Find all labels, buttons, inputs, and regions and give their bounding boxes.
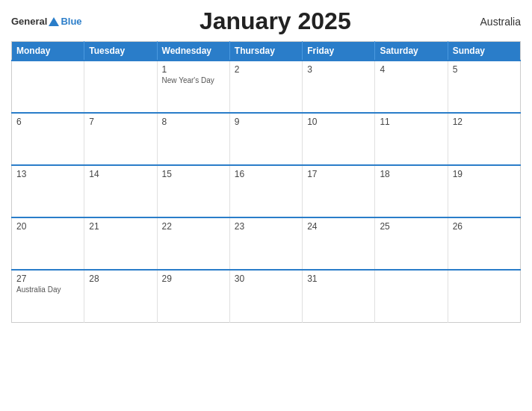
calendar-header: General Blue January 2025 Australia — [11, 7, 521, 35]
day-event: New Year's Day — [162, 76, 225, 84]
day-number: 25 — [380, 221, 442, 232]
calendar-cell: 9 — [229, 113, 302, 165]
weekday-header-row: MondayTuesdayWednesdayThursdayFridaySatu… — [12, 42, 521, 61]
calendar-cell: 8 — [157, 113, 229, 165]
calendar-week-row: 13141516171819 — [12, 165, 521, 217]
day-number: 26 — [453, 221, 516, 232]
calendar-wrapper: General Blue January 2025 Australia Mond… — [0, 0, 532, 411]
day-number: 8 — [162, 117, 225, 127]
calendar-cell: 31 — [303, 270, 375, 322]
calendar-cell: 5 — [448, 61, 520, 113]
logo: General Blue — [11, 16, 82, 27]
calendar-cell: 19 — [448, 165, 520, 217]
day-number: 10 — [307, 117, 370, 127]
day-number: 12 — [453, 117, 516, 127]
day-number: 27 — [16, 274, 79, 284]
day-number: 31 — [307, 274, 370, 284]
calendar-week-row: 20212223242526 — [12, 217, 521, 270]
day-number: 13 — [16, 169, 79, 179]
day-number: 21 — [89, 221, 152, 232]
calendar-cell: 17 — [303, 165, 375, 217]
calendar-cell: 16 — [229, 165, 302, 217]
day-number: 17 — [307, 169, 370, 179]
calendar-cell: 29 — [157, 270, 229, 322]
calendar-cell: 25 — [375, 217, 448, 270]
day-number: 6 — [16, 117, 79, 127]
calendar-cell: 13 — [12, 165, 84, 217]
weekday-header-tuesday: Tuesday — [84, 42, 157, 61]
calendar-cell: 20 — [12, 217, 84, 270]
calendar-week-row: 27Australia Day28293031 — [12, 270, 521, 322]
calendar-cell: 12 — [448, 113, 520, 165]
calendar-cell: 1New Year's Day — [157, 61, 229, 113]
calendar-cell — [12, 61, 84, 113]
logo-triangle-icon — [49, 17, 59, 26]
calendar-cell: 24 — [303, 217, 375, 270]
calendar-cell: 2 — [229, 61, 302, 113]
calendar-cell: 23 — [229, 217, 302, 270]
calendar-title: January 2025 — [82, 7, 468, 35]
day-number: 1 — [162, 64, 225, 75]
calendar-week-row: 6789101112 — [12, 113, 521, 165]
weekday-header-monday: Monday — [12, 42, 84, 61]
day-number: 28 — [89, 274, 152, 284]
country-label: Australia — [468, 16, 521, 28]
calendar-cell — [448, 270, 520, 322]
calendar-cell: 11 — [375, 113, 448, 165]
weekday-header-sunday: Sunday — [448, 42, 520, 61]
calendar-cell — [375, 270, 448, 322]
calendar-table: MondayTuesdayWednesdayThursdayFridaySatu… — [11, 41, 521, 323]
calendar-cell: 26 — [448, 217, 520, 270]
calendar-cell: 7 — [84, 113, 157, 165]
calendar-cell: 10 — [303, 113, 375, 165]
day-number: 9 — [235, 117, 297, 127]
day-number: 24 — [307, 221, 370, 232]
day-number: 7 — [89, 117, 152, 127]
calendar-cell — [84, 61, 157, 113]
weekday-header-thursday: Thursday — [229, 42, 302, 61]
calendar-cell: 3 — [303, 61, 375, 113]
calendar-cell: 21 — [84, 217, 157, 270]
day-number: 20 — [16, 221, 79, 232]
day-number: 2 — [235, 64, 297, 75]
logo-blue-text: Blue — [61, 16, 81, 27]
calendar-cell: 14 — [84, 165, 157, 217]
day-number: 22 — [162, 221, 225, 232]
day-event: Australia Day — [16, 285, 79, 294]
calendar-cell: 15 — [157, 165, 229, 217]
weekday-header-friday: Friday — [303, 42, 375, 61]
weekday-header-saturday: Saturday — [375, 42, 448, 61]
logo-general-text: General — [11, 16, 47, 27]
calendar-cell: 6 — [12, 113, 84, 165]
day-number: 3 — [307, 64, 370, 75]
day-number: 29 — [162, 274, 225, 284]
day-number: 14 — [89, 169, 152, 179]
day-number: 5 — [453, 64, 516, 75]
day-number: 11 — [380, 117, 442, 127]
day-number: 16 — [235, 169, 297, 179]
calendar-week-row: 1New Year's Day2345 — [12, 61, 521, 113]
day-number: 19 — [453, 169, 516, 179]
day-number: 15 — [162, 169, 225, 179]
day-number: 23 — [235, 221, 297, 232]
calendar-cell: 22 — [157, 217, 229, 270]
calendar-cell: 28 — [84, 270, 157, 322]
day-number: 4 — [380, 64, 442, 75]
calendar-header-row: MondayTuesdayWednesdayThursdayFridaySatu… — [12, 42, 521, 61]
calendar-cell: 27Australia Day — [12, 270, 84, 322]
calendar-cell: 18 — [375, 165, 448, 217]
weekday-header-wednesday: Wednesday — [157, 42, 229, 61]
day-number: 30 — [235, 274, 297, 284]
calendar-cell: 4 — [375, 61, 448, 113]
calendar-body: 1New Year's Day2345678910111213141516171… — [12, 61, 521, 322]
calendar-cell: 30 — [229, 270, 302, 322]
day-number: 18 — [380, 169, 442, 179]
